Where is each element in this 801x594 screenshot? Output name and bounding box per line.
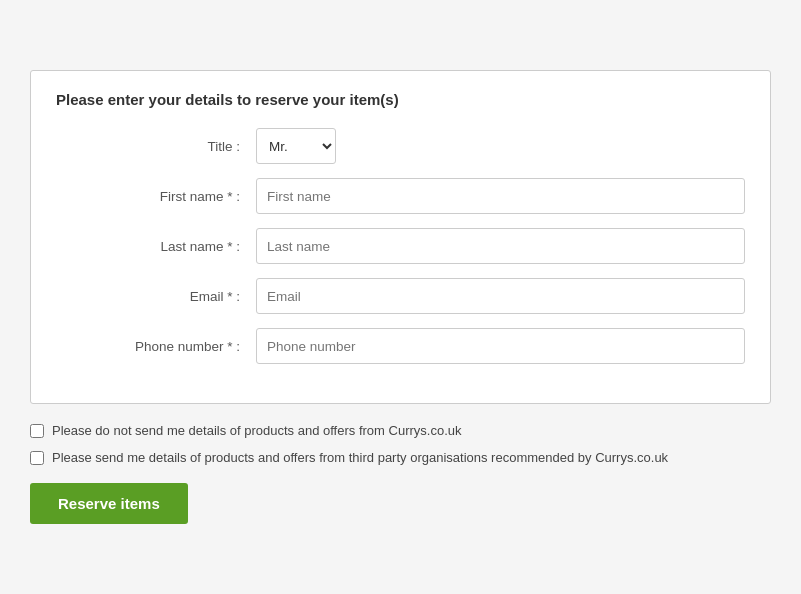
first-name-input[interactable] xyxy=(256,178,745,214)
phone-label: Phone number * : xyxy=(56,339,256,354)
last-name-row: Last name * : xyxy=(56,228,745,264)
phone-row: Phone number * : xyxy=(56,328,745,364)
email-input[interactable] xyxy=(256,278,745,314)
third-party-label: Please send me details of products and o… xyxy=(52,449,668,467)
email-row: Email * : xyxy=(56,278,745,314)
title-label: Title : xyxy=(56,139,256,154)
email-label: Email * : xyxy=(56,289,256,304)
page-wrapper: Please enter your details to reserve you… xyxy=(0,50,801,543)
third-party-row: Please send me details of products and o… xyxy=(30,449,771,467)
checkboxes-section: Please do not send me details of product… xyxy=(30,422,771,466)
first-name-label: First name * : xyxy=(56,189,256,204)
first-name-row: First name * : xyxy=(56,178,745,214)
last-name-input[interactable] xyxy=(256,228,745,264)
opt-out-label: Please do not send me details of product… xyxy=(52,422,461,440)
reserve-button[interactable]: Reserve items xyxy=(30,483,188,524)
title-select[interactable]: Mr. Mrs. Miss Ms. Dr. xyxy=(256,128,336,164)
opt-out-row: Please do not send me details of product… xyxy=(30,422,771,440)
last-name-label: Last name * : xyxy=(56,239,256,254)
phone-input[interactable] xyxy=(256,328,745,364)
title-row: Title : Mr. Mrs. Miss Ms. Dr. xyxy=(56,128,745,164)
form-card: Please enter your details to reserve you… xyxy=(30,70,771,404)
third-party-checkbox[interactable] xyxy=(30,451,44,465)
opt-out-checkbox[interactable] xyxy=(30,424,44,438)
form-title: Please enter your details to reserve you… xyxy=(56,91,745,108)
